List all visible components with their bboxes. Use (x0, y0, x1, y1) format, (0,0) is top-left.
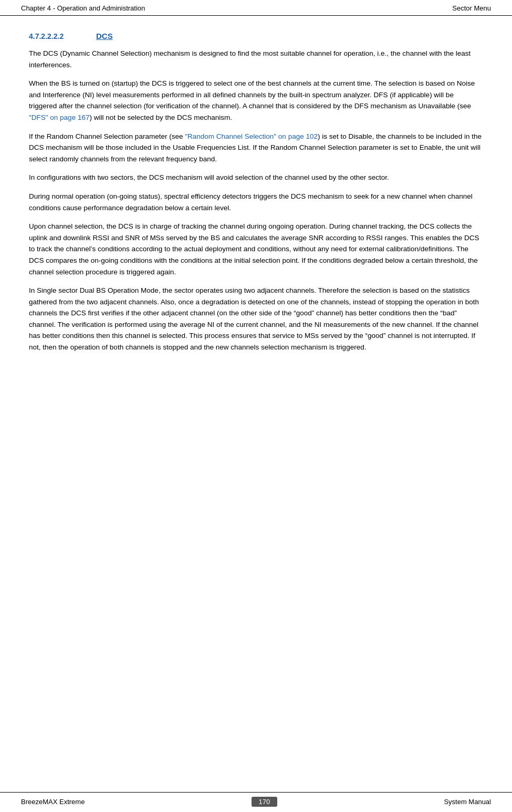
page-number: 170 (252, 797, 278, 807)
header-right: Sector Menu (452, 4, 491, 12)
section-title: DCS (96, 32, 113, 40)
paragraph-3: If the Random Channel Selection paramete… (29, 131, 483, 165)
page-container: Chapter 4 - Operation and Administration… (0, 0, 512, 812)
main-content: 4.7.2.2.2.2 DCS The DCS (Dynamic Channel… (0, 16, 512, 371)
header-left: Chapter 4 - Operation and Administration (21, 4, 145, 12)
section-number: 4.7.2.2.2.2 (29, 32, 87, 40)
paragraph-5: During normal operation (on-going status… (29, 191, 483, 213)
paragraph-7: In Single sector Dual BS Operation Mode,… (29, 285, 483, 353)
section-heading: 4.7.2.2.2.2 DCS (29, 32, 483, 40)
paragraph-2: When the BS is turned on (startup) the D… (29, 78, 483, 123)
footer-right: System Manual (444, 798, 491, 806)
footer-left: BreezeMAX Extreme (21, 798, 85, 806)
paragraph-4: In configurations with two sectors, the … (29, 172, 483, 183)
page-footer: BreezeMAX Extreme 170 System Manual (0, 792, 512, 812)
paragraph-1: The DCS (Dynamic Channel Selection) mech… (29, 48, 483, 70)
dfs-link[interactable]: "DFS" on page 167 (29, 114, 89, 121)
page-header: Chapter 4 - Operation and Administration… (0, 0, 512, 16)
random-channel-link[interactable]: "Random Channel Selection" on page 102 (185, 132, 318, 140)
paragraph-6: Upon channel selection, the DCS is in ch… (29, 221, 483, 277)
